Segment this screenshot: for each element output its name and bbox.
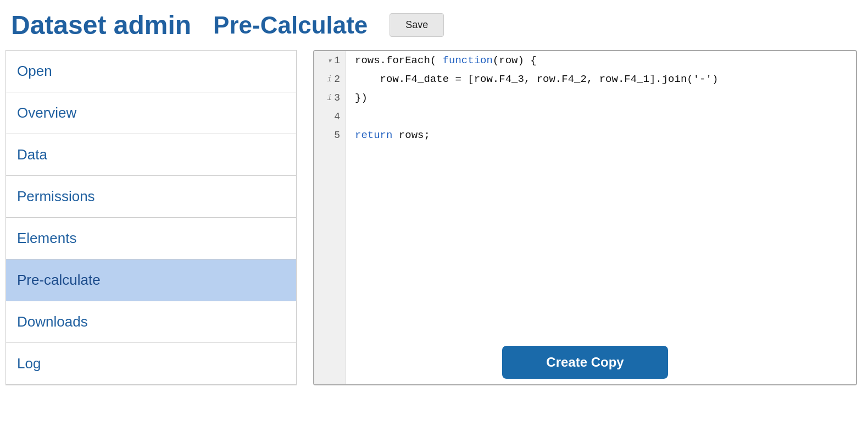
bottom-bar: Create Copy [314, 340, 856, 384]
main-layout: Open Overview Data Permissions Elements … [0, 50, 868, 385]
sidebar-item-log[interactable]: Log [6, 343, 296, 385]
line-number-2: i 2 [314, 70, 346, 89]
sidebar-item-downloads[interactable]: Downloads [6, 301, 296, 343]
code-lines: rows.forEach( function(row) { row.F4_dat… [346, 51, 856, 384]
code-line-4 [355, 107, 856, 126]
sidebar-item-data[interactable]: Data [6, 134, 296, 176]
line-number-4: 4 [314, 107, 346, 126]
code-editor-area[interactable]: ▾ 1 i 2 i 3 4 5 [313, 50, 857, 385]
sidebar-item-permissions[interactable]: Permissions [6, 176, 296, 218]
line-number-3: i 3 [314, 89, 346, 107]
code-editor[interactable]: ▾ 1 i 2 i 3 4 5 [314, 51, 856, 384]
sidebar-item-open[interactable]: Open [6, 51, 296, 92]
sidebar: Open Overview Data Permissions Elements … [5, 50, 297, 385]
line-number-1: ▾ 1 [314, 51, 346, 70]
line-number-5: 5 [314, 126, 346, 145]
create-copy-button[interactable]: Create Copy [502, 346, 667, 379]
app-title: Dataset admin [11, 10, 191, 40]
sidebar-item-elements[interactable]: Elements [6, 218, 296, 259]
sidebar-item-pre-calculate[interactable]: Pre-calculate [6, 259, 296, 301]
code-line-5: return rows; [355, 126, 856, 145]
code-line-3: }) [355, 89, 856, 107]
sidebar-item-overview[interactable]: Overview [6, 92, 296, 134]
code-line-1: rows.forEach( function(row) { [355, 51, 856, 70]
save-button[interactable]: Save [390, 13, 444, 37]
section-title: Pre-Calculate [213, 12, 368, 39]
code-line-2: row.F4_date = [row.F4_3, row.F4_2, row.F… [355, 70, 856, 89]
header: Dataset admin Pre-Calculate Save [0, 0, 868, 50]
line-numbers: ▾ 1 i 2 i 3 4 5 [314, 51, 346, 384]
